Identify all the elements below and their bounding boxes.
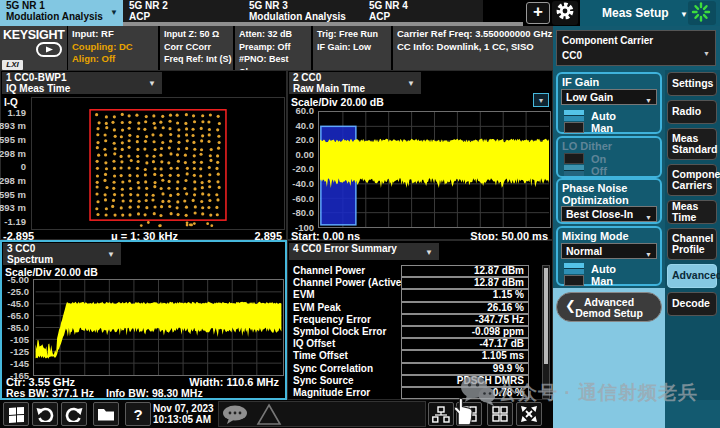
tab-dropdown-icon[interactable]: ▼ xyxy=(110,8,118,19)
brand-logo-text: KEYSIGHT xyxy=(3,28,65,42)
menu-component-carriers[interactable]: Component Carriers xyxy=(667,164,717,196)
menu-advanced[interactable]: Advanced xyxy=(667,264,717,288)
advanced-demod-setup-button[interactable]: ❮ Advanced Demod Setup xyxy=(556,292,662,322)
chevron-down-icon[interactable]: ▼ xyxy=(425,248,433,259)
chevron-down-icon: ▼ xyxy=(645,211,652,225)
menu-meas-time[interactable]: Meas Time xyxy=(667,200,717,224)
error-metric-value: -47.17 dB xyxy=(401,338,529,350)
error-metric-value: 12.87 dBm xyxy=(401,277,529,289)
window-iq-meas-time[interactable]: 1 CC0-BWP1 IQ Meas Time ▼ I-Q 1.19893 m5… xyxy=(0,70,287,240)
component-carrier-dropdown[interactable]: Component Carrier CC0 ▼ xyxy=(556,30,716,66)
error-metric-value: 99.9 % xyxy=(401,363,529,375)
mixing-mode-dropdown[interactable]: Normal ▼ xyxy=(561,243,657,259)
window-error-summary[interactable]: 4 CC0 Error Summary ▼ Channel Power12.87… xyxy=(287,240,553,400)
busy-spinner-icon xyxy=(688,1,714,23)
y-tick-label: 595 m xyxy=(0,135,26,145)
y-tick-label: -65.0 xyxy=(7,311,29,321)
y-tick-label: 0 xyxy=(21,162,26,172)
error-metric-name: Frequency Error xyxy=(293,314,401,326)
window-spectrum[interactable]: 3 CC0 Spectrum ▼ Scale/Div 20.00 dB -5.0… xyxy=(0,240,287,400)
windows-logo-icon xyxy=(8,406,25,423)
tab-5gnr2[interactable]: 5G NR 2 ACP xyxy=(123,0,243,22)
watermark-text: 公众号 · 通信射频老兵 xyxy=(498,380,698,406)
mixing-mode-man-toggle[interactable]: Man xyxy=(564,275,658,287)
clock[interactable]: Nov 07, 2023 10:13:05 AM xyxy=(153,403,214,425)
keysight-logo-icon xyxy=(36,42,62,58)
error-metric-value: 1.105 ms xyxy=(401,350,529,362)
chevron-down-icon[interactable]: ▼ xyxy=(407,79,415,90)
undo-icon xyxy=(36,406,54,422)
chevron-down-icon[interactable]: ▼ xyxy=(148,79,156,90)
menu-meas-standard[interactable]: Meas Standard xyxy=(667,128,717,160)
error-metric-name: IQ Offset xyxy=(293,338,401,350)
error-summary-row: Sync Correlation99.9 % xyxy=(291,363,529,375)
error-summary-row: IQ Offset-47.17 dB xyxy=(291,338,529,350)
error-metric-value: 26.16 % xyxy=(401,302,529,314)
lo-dither-off-toggle[interactable]: Off xyxy=(564,165,658,177)
error-summary-row: Frequency Error-347.75 Hz xyxy=(291,314,529,326)
add-tab-button[interactable]: + xyxy=(526,2,550,24)
y-tick-label: -20.0 xyxy=(292,164,314,174)
menu-decode[interactable]: Decode xyxy=(667,292,717,316)
toggle-on-icon xyxy=(564,263,584,274)
y-tick-label: -298 m xyxy=(0,176,26,186)
if-gain-auto-toggle[interactable]: Auto xyxy=(564,110,658,122)
w1-constellation-plot[interactable] xyxy=(31,97,285,230)
y-tick-label: -145 xyxy=(10,359,29,369)
mixing-mode-auto-toggle[interactable]: Auto xyxy=(564,263,658,275)
analyzer-screen: 5G NR 1 Modulation Analysis ▼ 5G NR 2 AC… xyxy=(0,0,720,428)
if-gain-man-toggle[interactable]: Man xyxy=(564,122,658,134)
brand-block: KEYSIGHT LXI xyxy=(0,26,67,70)
undo-button[interactable] xyxy=(32,402,58,426)
y-tick-label: 20.0 xyxy=(296,135,315,145)
w2-window-dropdown[interactable]: ▼ xyxy=(533,93,549,107)
lo-dither-label: LO Dither xyxy=(558,138,660,152)
warning-button[interactable] xyxy=(256,403,282,428)
error-summary-row: Channel Power12.87 dBm xyxy=(291,265,529,277)
y-tick-label: -40.0 xyxy=(292,179,314,189)
toggle-off-icon xyxy=(564,275,584,286)
tab-5gnr1[interactable]: 5G NR 1 Modulation Analysis ▼ xyxy=(0,0,123,26)
file-button[interactable] xyxy=(93,402,119,426)
help-button[interactable]: ? xyxy=(125,402,151,426)
window4-title-tab[interactable]: 4 CC0 Error Summary ▼ xyxy=(289,243,439,260)
y-tick-label: -60.0 xyxy=(292,194,314,204)
expand-arrows-icon xyxy=(520,405,538,423)
error-metric-name: Channel Power xyxy=(293,265,401,277)
menu-settings[interactable]: Settings xyxy=(667,72,717,96)
tab-5gnr3[interactable]: 5G NR 3 Modulation Analysis xyxy=(243,0,363,22)
windows-start-button[interactable] xyxy=(3,402,29,426)
w3-spectrum-plot[interactable] xyxy=(33,279,284,376)
toggle-on-icon xyxy=(564,110,584,121)
error-summary-scrollbar[interactable] xyxy=(542,265,550,399)
lo-dither-on-toggle[interactable]: On xyxy=(564,153,658,165)
window-raw-main-time[interactable]: 2 CC0 Raw Main Time ▼ Scale/Div 20.00 dB… xyxy=(287,70,553,240)
tab-5gnr4[interactable]: 5G NR 4 ACP xyxy=(363,0,483,22)
menu-radio[interactable]: Radio xyxy=(667,100,717,124)
error-metric-value: 1.15 % xyxy=(401,289,529,301)
gear-icon xyxy=(555,1,575,21)
meas-setup-menu[interactable]: Meas Setup ▼ xyxy=(602,6,688,20)
warning-triangle-icon xyxy=(256,403,282,426)
header-carrier-box: Carrier Ref Freq: 3.550000000 GHz CC Inf… xyxy=(393,26,553,70)
phase-noise-dropdown[interactable]: Best Close-In ▼ xyxy=(561,206,657,222)
chevron-down-icon[interactable]: ▼ xyxy=(107,250,115,261)
redo-button[interactable] xyxy=(61,402,87,426)
menu-channel-profile[interactable]: Channel Profile xyxy=(667,228,717,260)
busy-indicator-button[interactable] xyxy=(688,1,716,25)
w3-info-bw: Info BW: 98.30 MHz xyxy=(106,387,203,399)
error-metric-name: Sync Correlation xyxy=(293,363,401,375)
y-tick-label: 893 m xyxy=(0,121,26,131)
error-metric-value: 12.87 dBm xyxy=(401,265,529,277)
if-gain-dropdown[interactable]: Low Gain ▼ xyxy=(561,89,657,105)
w3-y-ticks: -5.00-25.0-45.0-65.0-85.0-105-125-145-16… xyxy=(2,242,31,398)
alerts-button[interactable] xyxy=(221,404,253,428)
scrollbar-thumb[interactable] xyxy=(544,268,548,364)
tab-name: 5G NR 1 xyxy=(6,1,123,12)
if-gain-group: IF Gain Low Gain ▼ Auto Man xyxy=(556,72,662,134)
header-input-box: Input: RF Coupling: DC Align: Off xyxy=(68,26,158,70)
phase-noise-label: Phase Noise Optimization xyxy=(558,180,653,206)
w2-time-plot[interactable] xyxy=(318,111,551,228)
chevron-down-icon: ▼ xyxy=(645,248,652,262)
gear-button[interactable] xyxy=(552,1,578,25)
